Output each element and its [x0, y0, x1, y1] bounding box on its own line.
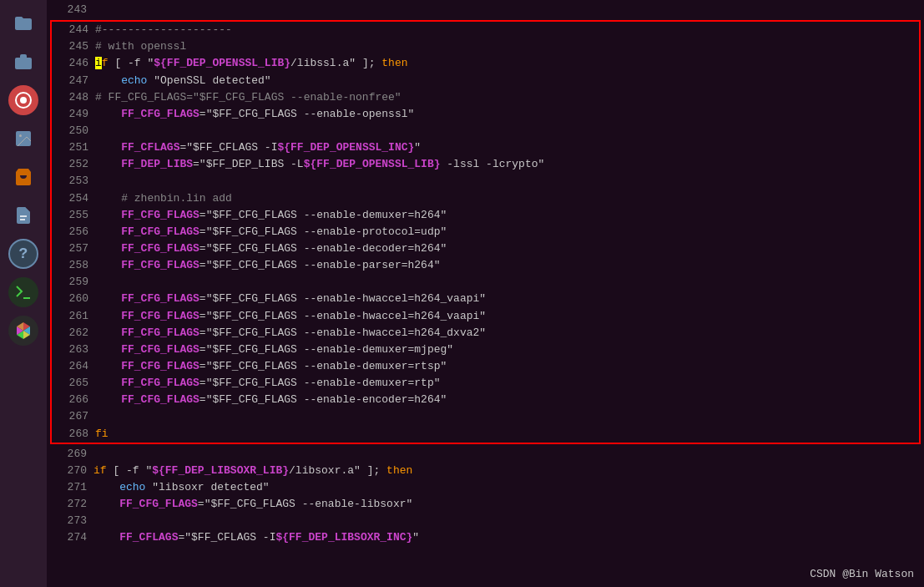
code-line-250: 250 [52, 123, 919, 139]
sidebar-item-shopping[interactable] [7, 160, 40, 194]
code-line-245: 245 # with openssl [52, 38, 919, 55]
code-line-255: 255 FF_CFG_FLAGS="$FF_CFG_FLAGS --enable… [52, 207, 919, 224]
code-line-249: 249 FF_CFG_FLAGS="$FF_CFG_FLAGS --enable… [52, 106, 919, 123]
sidebar-item-music[interactable] [7, 83, 40, 117]
code-line-248: 248 # FF_CFG_FLAGS="$FF_CFG_FLAGS --enab… [52, 89, 919, 106]
code-line-252: 252 FF_DEP_LIBS="$FF_DEP_LIBS -L${FF_DEP… [52, 156, 919, 173]
code-line-259: 259 [52, 274, 919, 291]
code-line-267: 267 [52, 408, 919, 425]
code-line-271: 271 echo "libsoxr detected" [50, 479, 921, 496]
main-content: 243 244 #-------------------- 245 # with… [47, 0, 924, 587]
code-line-256: 256 FF_CFG_FLAGS="$FF_CFG_FLAGS --enable… [52, 224, 919, 240]
code-line-253: 253 [52, 173, 919, 190]
code-line-243: 243 [50, 2, 921, 18]
svg-rect-0 [15, 58, 32, 69]
code-line-246: 246 if [ -f "${FF_DEP_OPENSSL_LIB}/libss… [52, 55, 919, 72]
sidebar: ? [0, 0, 47, 587]
code-line-263: 263 FF_CFG_FLAGS="$FF_CFG_FLAGS --enable… [52, 342, 919, 358]
sidebar-item-help[interactable]: ? [7, 237, 40, 271]
code-line-262: 262 FF_CFG_FLAGS="$FF_CFG_FLAGS --enable… [52, 325, 919, 342]
code-line-257: 257 FF_CFG_FLAGS="$FF_CFG_FLAGS --enable… [52, 240, 919, 257]
sidebar-item-image[interactable] [7, 122, 40, 155]
highlighted-code-block: 244 #-------------------- 245 # with ope… [50, 20, 921, 444]
code-line-265: 265 FF_CFG_FLAGS="$FF_CFG_FLAGS --enable… [52, 375, 919, 392]
code-line-244: 244 #-------------------- [52, 22, 919, 38]
code-line-251: 251 FF_CFLAGS="$FF_CFLAGS -I${FF_DEP_OPE… [52, 139, 919, 156]
sidebar-item-terminal[interactable] [7, 276, 40, 309]
svg-point-4 [19, 134, 22, 137]
sidebar-item-chart[interactable] [7, 314, 40, 347]
svg-point-1 [20, 97, 27, 104]
normal-code-below: 269 270 if [ -f "${FF_DEP_LIBSOXR_LIB}/l… [50, 446, 921, 547]
code-line-268: 268 fi [52, 426, 919, 443]
code-line-264: 264 FF_CFG_FLAGS="$FF_CFG_FLAGS --enable… [52, 358, 919, 375]
code-line-261: 261 FF_CFG_FLAGS="$FF_CFG_FLAGS --enable… [52, 308, 919, 325]
code-line-272: 272 FF_CFG_FLAGS="$FF_CFG_FLAGS --enable… [50, 496, 921, 513]
code-line-270: 270 if [ -f "${FF_DEP_LIBSOXR_LIB}/libso… [50, 463, 921, 479]
code-line-254: 254 # zhenbin.lin add [52, 190, 919, 207]
code-line-273: 273 [50, 513, 921, 529]
code-line-247: 247 echo "OpenSSL detected" [52, 73, 919, 89]
code-line-260: 260 FF_CFG_FLAGS="$FF_CFG_FLAGS --enable… [52, 291, 919, 307]
code-editor: 243 244 #-------------------- 245 # with… [47, 0, 924, 587]
watermark: CSDN @Bin Watson [810, 568, 914, 580]
code-line-274: 274 FF_CFLAGS="$FF_CFLAGS -I${FF_DEP_LIB… [50, 529, 921, 546]
code-line-258: 258 FF_CFG_FLAGS="$FF_CFG_FLAGS --enable… [52, 257, 919, 274]
sidebar-item-files[interactable] [7, 7, 40, 40]
code-line-266: 266 FF_CFG_FLAGS="$FF_CFG_FLAGS --enable… [52, 392, 919, 408]
sidebar-item-briefcase[interactable] [7, 45, 40, 78]
code-line-269: 269 [50, 446, 921, 463]
sidebar-item-text[interactable] [7, 199, 40, 232]
